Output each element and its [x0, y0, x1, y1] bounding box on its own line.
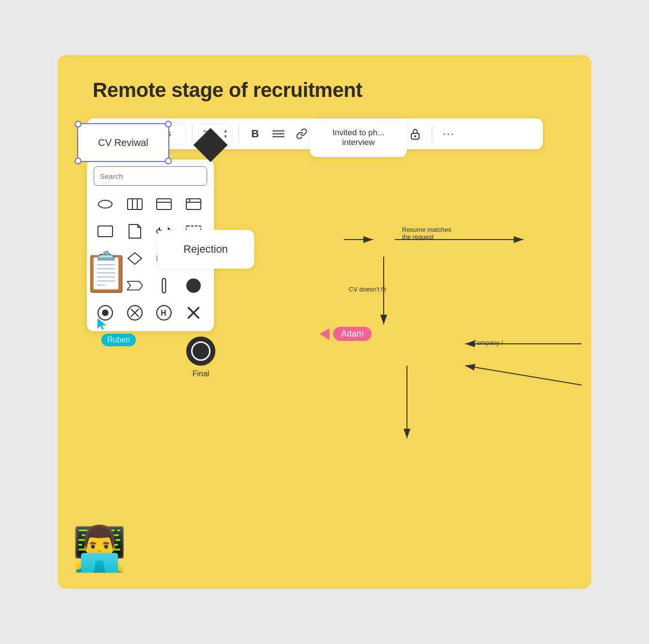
- handle-br[interactable]: [165, 158, 172, 164]
- svg-point-29: [186, 278, 201, 293]
- final-label: Final: [193, 370, 210, 378]
- svg-point-31: [102, 309, 109, 316]
- node-diamond[interactable]: [194, 128, 227, 162]
- node-final[interactable]: Final: [186, 337, 215, 378]
- shape-card2[interactable]: [182, 193, 205, 216]
- svg-point-10: [414, 135, 416, 137]
- shape-card1[interactable]: [152, 193, 176, 216]
- cursor-ruben-arrow: [97, 317, 107, 331]
- handle-tl[interactable]: [75, 121, 81, 128]
- shape-circle-h[interactable]: H: [152, 301, 176, 324]
- toolbar-divider-6: [432, 125, 432, 143]
- handle-bl[interactable]: [75, 158, 81, 164]
- character-emoji: 👨‍💻: [72, 523, 127, 574]
- shape-columns[interactable]: [123, 193, 146, 216]
- svg-rect-12: [128, 199, 142, 209]
- final-circle-inner: [191, 341, 211, 361]
- shape-x-mark[interactable]: [182, 301, 205, 324]
- cursor-adam: Adam: [320, 327, 372, 341]
- toolbar-divider-2: [192, 125, 193, 143]
- svg-rect-28: [162, 278, 166, 293]
- shape-pipe[interactable]: [152, 274, 176, 297]
- lock-button[interactable]: [405, 123, 426, 145]
- label-cv-doesnt-fit: CV doesn't fit: [349, 286, 386, 293]
- cv-revival-label: CV Reviwal: [98, 137, 148, 148]
- outer-container: Remote stage of recruitment OpenSans 27 …: [0, 0, 649, 644]
- handle-tr[interactable]: [165, 121, 172, 128]
- diamond-shape: [194, 128, 228, 162]
- shape-search-input[interactable]: [94, 166, 207, 186]
- clipboard-icon: 📋: [82, 249, 130, 295]
- cursor-ruben: Ruben: [97, 317, 136, 346]
- bold-button[interactable]: B: [244, 123, 266, 145]
- toolbar-divider-3: [238, 125, 239, 143]
- svg-marker-47: [97, 318, 106, 330]
- node-rejection[interactable]: Rejection: [157, 230, 254, 269]
- shape-ellipse[interactable]: [94, 193, 117, 216]
- label-resume-matches: Resume matchesthe request: [402, 226, 451, 241]
- svg-rect-20: [98, 226, 113, 237]
- svg-point-11: [98, 200, 112, 208]
- cursor-adam-arrow: [320, 328, 329, 340]
- cursor-adam-label: Adam: [333, 327, 372, 341]
- rejection-label: Rejection: [183, 243, 228, 256]
- invited-label: Invited to ph...interview: [333, 128, 385, 147]
- canvas-area[interactable]: Remote stage of recruitment OpenSans 27 …: [58, 55, 591, 589]
- more-button[interactable]: ···: [438, 123, 459, 145]
- link-button[interactable]: [291, 123, 312, 145]
- label-company: Company /: [472, 339, 503, 346]
- shape-page[interactable]: [123, 220, 146, 243]
- svg-line-46: [465, 366, 582, 385]
- cursor-ruben-label: Ruben: [101, 334, 136, 346]
- page-title: Remote stage of recruitment: [93, 79, 362, 102]
- node-cv-revival[interactable]: CV Reviwal: [77, 123, 169, 162]
- svg-rect-17: [186, 199, 201, 209]
- shape-circle-filled[interactable]: [182, 274, 205, 297]
- align-button[interactable]: [268, 123, 289, 145]
- svg-text:H: H: [161, 309, 166, 317]
- svg-rect-15: [157, 199, 171, 209]
- shape-rect[interactable]: [94, 220, 117, 243]
- node-invited[interactable]: Invited to ph...interview: [310, 118, 407, 157]
- final-circle: [186, 337, 215, 366]
